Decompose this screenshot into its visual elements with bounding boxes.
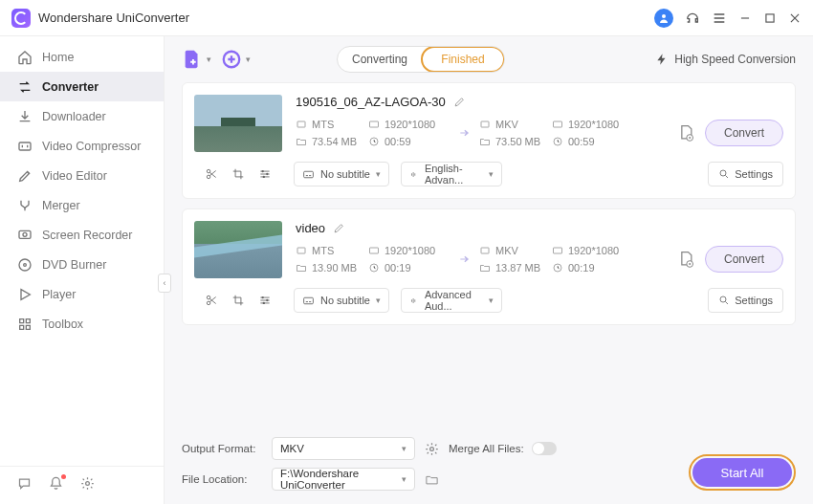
notification-dot-icon	[61, 474, 66, 479]
trim-icon[interactable]	[205, 294, 218, 307]
chevron-down-icon: ▾	[246, 55, 251, 64]
chevron-down-icon: ▾	[376, 296, 381, 305]
sidebar-item-label: Merger	[42, 199, 80, 212]
crop-icon[interactable]	[231, 167, 245, 181]
subtitle-select[interactable]: No subtitle▾	[294, 162, 389, 186]
sidebar-item-label: Converter	[42, 80, 99, 94]
effects-icon[interactable]	[258, 294, 272, 307]
conversion-item: video MTS 13.90 MB 1920*1080 00:19 MKV	[182, 208, 796, 325]
src-duration: 00:59	[368, 136, 450, 147]
video-title: video	[296, 221, 325, 235]
item-settings-button[interactable]: Settings	[708, 288, 783, 313]
search-icon	[718, 295, 730, 306]
audio-track-select[interactable]: Advanced Aud...▾	[401, 288, 502, 313]
sidebar-item-downloader[interactable]: Downloader	[0, 101, 164, 131]
start-all-button[interactable]: Start All	[692, 458, 792, 487]
dst-duration: 00:59	[552, 136, 634, 147]
file-location-select[interactable]: F:\Wondershare UniConverter▾	[272, 468, 415, 491]
window-maximize-icon[interactable]	[763, 11, 777, 25]
subtitle-icon	[302, 168, 315, 181]
sidebar-item-label: Video Compressor	[42, 140, 141, 153]
feedback-icon[interactable]	[17, 476, 32, 491]
sidebar-item-home[interactable]: Home	[0, 42, 164, 72]
window-minimize-icon[interactable]	[738, 11, 752, 25]
open-folder-icon[interactable]	[425, 472, 439, 487]
add-url-button[interactable]: ▾	[221, 49, 251, 70]
video-thumbnail[interactable]	[194, 221, 282, 278]
audio-icon	[409, 168, 419, 181]
sidebar: HomeConverterDownloaderVideo CompressorV…	[0, 36, 165, 504]
crop-icon[interactable]	[231, 294, 245, 307]
sidebar-item-dvd-burner[interactable]: DVD Burner	[0, 250, 164, 279]
film-icon	[296, 245, 307, 256]
video-title: 190516_06_AZ-LAGOA-30	[296, 95, 446, 109]
trim-icon[interactable]	[205, 167, 218, 181]
conversion-item: 190516_06_AZ-LAGOA-30 MTS 73.54 MB 1920*…	[182, 82, 796, 199]
chevron-down-icon: ▾	[489, 296, 494, 305]
app-title: Wondershare UniConverter	[38, 11, 189, 25]
resolution-icon	[552, 119, 563, 130]
tab-converting[interactable]: Converting	[338, 47, 422, 72]
src-size: 13.90 MB	[296, 262, 368, 274]
merge-files-toggle[interactable]	[532, 442, 557, 455]
menu-icon[interactable]	[712, 11, 727, 26]
audio-icon	[409, 295, 419, 307]
folder-icon	[479, 136, 491, 147]
high-speed-toggle[interactable]: High Speed Conversion	[655, 53, 796, 66]
output-settings-icon[interactable]	[425, 442, 439, 456]
toolbar: ▾ ▾ Converting Finished High Speed Conve…	[165, 36, 813, 82]
output-format-select[interactable]: MKV▾	[272, 437, 415, 460]
screen-recorder-icon	[17, 228, 33, 243]
high-speed-label: High Speed Conversion	[674, 53, 796, 66]
sidebar-item-label: DVD Burner	[42, 258, 106, 272]
add-file-button[interactable]: ▾	[182, 49, 211, 70]
rename-icon[interactable]	[453, 96, 466, 108]
src-resolution: 1920*1080	[368, 245, 450, 256]
titlebar: Wondershare UniConverter	[0, 0, 813, 36]
sidebar-collapse-handle[interactable]: ‹	[158, 274, 171, 293]
item-settings-button[interactable]: Settings	[708, 162, 783, 186]
output-preset-icon[interactable]	[676, 250, 695, 269]
sidebar-item-screen-recorder[interactable]: Screen Recorder	[0, 220, 164, 250]
arrow-right-icon	[456, 252, 473, 266]
sidebar-item-label: Player	[42, 288, 76, 301]
film-icon	[296, 119, 307, 130]
resolution-icon	[552, 245, 563, 256]
sidebar-item-video-editor[interactable]: Video Editor	[0, 161, 164, 190]
user-avatar[interactable]	[654, 9, 673, 28]
sidebar-item-player[interactable]: Player	[0, 279, 164, 309]
settings-icon[interactable]	[80, 476, 95, 491]
player-icon	[17, 287, 33, 302]
audio-track-select[interactable]: English-Advan...▾	[401, 162, 502, 186]
src-duration: 00:19	[368, 262, 450, 274]
status-tabs: Converting Finished	[337, 46, 505, 73]
arrow-right-icon	[456, 126, 473, 140]
dst-size: 13.87 MB	[479, 262, 552, 274]
sidebar-item-merger[interactable]: Merger	[0, 190, 164, 220]
footer: Output Format: MKV▾ Merge All Files: Fil…	[165, 427, 813, 504]
src-format: MTS	[296, 119, 368, 130]
effects-icon[interactable]	[258, 167, 272, 181]
support-icon[interactable]	[685, 11, 700, 26]
convert-button[interactable]: Convert	[705, 246, 783, 273]
sidebar-item-video-compressor[interactable]: Video Compressor	[0, 131, 164, 161]
tab-finished[interactable]: Finished	[421, 46, 505, 73]
sidebar-item-toolbox[interactable]: Toolbox	[0, 309, 164, 339]
sidebar-item-converter[interactable]: Converter	[0, 72, 164, 101]
toolbox-icon	[17, 317, 33, 332]
start-all-highlight: Start All	[689, 454, 796, 491]
dst-duration: 00:19	[552, 262, 634, 274]
window-close-icon[interactable]	[788, 11, 802, 25]
dst-size: 73.50 MB	[479, 136, 552, 147]
clock-icon	[368, 136, 380, 147]
bolt-icon	[655, 53, 669, 66]
video-thumbnail[interactable]	[194, 95, 282, 152]
output-preset-icon[interactable]	[676, 123, 695, 142]
dst-format: MKV	[479, 119, 552, 130]
dst-format: MKV	[479, 245, 552, 256]
clock-icon	[368, 262, 380, 274]
sidebar-item-label: Video Editor	[42, 169, 107, 183]
rename-icon[interactable]	[333, 222, 345, 234]
subtitle-select[interactable]: No subtitle▾	[294, 288, 389, 313]
convert-button[interactable]: Convert	[705, 120, 783, 146]
